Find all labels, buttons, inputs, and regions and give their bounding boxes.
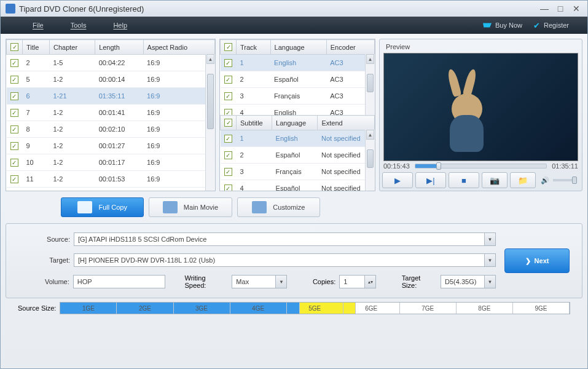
chevron-down-icon: ▼ — [275, 276, 286, 288]
cell-track: 2 — [237, 71, 271, 88]
preview-video[interactable] — [383, 53, 578, 161]
menu-help[interactable]: Help — [100, 22, 141, 29]
col-sub-language[interactable]: Language — [272, 116, 318, 130]
table-row[interactable]: 21-500:04:2216:9 — [7, 55, 215, 71]
chevron-down-icon: ▼ — [484, 254, 495, 266]
table-row[interactable]: 111-200:01:5316:9 — [7, 171, 215, 188]
row-checkbox[interactable] — [224, 76, 232, 84]
copies-label: Copies: — [313, 278, 335, 285]
volume-icon[interactable]: 🔊 — [541, 177, 549, 184]
cell-title: 11 — [23, 171, 50, 188]
preview-panel: Preview 00:15:43 01:35:11 — [379, 39, 582, 191]
col-language[interactable]: Language — [270, 40, 326, 55]
row-checkbox[interactable] — [224, 109, 232, 116]
close-button[interactable]: ✕ — [570, 4, 582, 14]
table-row[interactable]: 1EnglishAC3 — [221, 55, 375, 71]
row-checkbox[interactable] — [224, 168, 232, 176]
chevron-down-icon: ▼ — [484, 233, 495, 245]
row-checkbox[interactable] — [224, 135, 232, 143]
cell-length: 00:01:53 — [95, 171, 143, 188]
row-checkbox[interactable] — [224, 92, 232, 100]
table-row[interactable]: 2EspañolNot specified — [221, 147, 375, 164]
cell-aspect: 16:9 — [143, 55, 214, 71]
speed-combo[interactable]: Max ▼ — [232, 275, 287, 288]
col-encoder[interactable]: Encoder — [326, 40, 374, 55]
table-row[interactable]: 71-200:01:4116:9 — [7, 105, 215, 121]
cell-title: 5 — [23, 71, 50, 88]
table-row[interactable]: 101-200:01:1716:9 — [7, 154, 215, 171]
copies-spinner[interactable]: 1 ▴▾ — [339, 275, 376, 288]
table-row[interactable]: 91-200:01:2716:9 — [7, 138, 215, 154]
target-value: [H] PIONEER DVD-RW DVR-118L 1.02 (Usb) — [78, 256, 215, 264]
menu-tools[interactable]: Tools — [57, 22, 100, 29]
table-row[interactable]: 1EnglishNot specified — [221, 130, 375, 147]
next-label: Next — [535, 257, 549, 264]
row-checkbox[interactable] — [224, 59, 232, 67]
cell-length: 00:04:22 — [95, 55, 143, 71]
spinner-icon: ▴▾ — [364, 276, 375, 288]
col-subtitle[interactable]: Subtitle — [237, 116, 272, 130]
subtitle-scrollbar[interactable]: ▲ — [365, 130, 375, 191]
cell-aspect: 16:9 — [143, 88, 214, 105]
volume-slider[interactable] — [553, 179, 577, 181]
col-extend[interactable]: Extend — [318, 116, 375, 130]
row-checkbox[interactable] — [10, 142, 18, 150]
table-row[interactable]: 61-2101:35:1116:9 — [7, 88, 215, 105]
source-combo[interactable]: [G] ATAPI iHDS118 5 SCSI CdRom Device ▼ — [74, 232, 496, 246]
maximize-button[interactable]: □ — [554, 4, 566, 14]
step-button[interactable]: ▶| — [415, 172, 446, 188]
cell-language: English — [270, 105, 326, 116]
col-title[interactable]: Title — [23, 40, 50, 55]
play-button[interactable]: ▶ — [382, 172, 413, 188]
size-tick: 4GE — [230, 303, 287, 314]
film-icon — [163, 201, 178, 213]
menubar: File Tools Help Buy Now ✔ Register — [1, 17, 587, 34]
row-checkbox[interactable] — [10, 159, 18, 167]
table-row[interactable]: 81-200:02:1016:9 — [7, 121, 215, 138]
row-checkbox[interactable] — [10, 76, 18, 84]
open-folder-button[interactable]: 📁 — [510, 172, 536, 188]
title-checkall[interactable] — [10, 43, 18, 51]
minimize-button[interactable]: — — [538, 4, 551, 14]
next-button[interactable]: ❯ Next — [504, 248, 570, 273]
register-button[interactable]: ✔ Register — [533, 21, 569, 30]
table-row[interactable]: 3FrançaisNot specified — [221, 164, 375, 180]
mode-customize[interactable]: Customize — [237, 197, 320, 217]
buy-label: Buy Now — [495, 22, 522, 29]
row-checkbox[interactable] — [10, 125, 18, 133]
target-combo[interactable]: [H] PIONEER DVD-RW DVR-118L 1.02 (Usb) ▼ — [74, 253, 496, 267]
subtitle-checkall[interactable] — [224, 119, 232, 127]
row-checkbox[interactable] — [224, 151, 232, 159]
title-scrollbar[interactable]: ▲ — [205, 54, 215, 191]
cell-chapter: 1-2 — [49, 154, 95, 171]
mode-full-label: Full Copy — [98, 204, 127, 211]
snapshot-button[interactable]: 📷 — [482, 172, 508, 188]
track-checkall[interactable] — [224, 43, 232, 51]
col-aspect[interactable]: Aspect Radio — [143, 40, 214, 55]
volume-input[interactable]: HOP — [73, 275, 165, 288]
progress-slider[interactable] — [415, 164, 547, 169]
row-checkbox[interactable] — [10, 92, 18, 100]
table-row[interactable]: 4EspañolNot specified — [221, 180, 375, 191]
track-scrollbar[interactable]: ▲ — [365, 54, 375, 115]
table-row[interactable]: 4EnglishAC3 — [221, 105, 375, 116]
table-row[interactable]: 3FrançaisAC3 — [221, 88, 375, 105]
cart-icon — [483, 22, 492, 29]
col-track[interactable]: Track — [237, 40, 271, 55]
mode-main-movie[interactable]: Main Movie — [149, 197, 232, 217]
table-row[interactable]: 2EspañolAC3 — [221, 71, 375, 88]
col-chapter[interactable]: Chapter — [49, 40, 95, 55]
menu-file[interactable]: File — [19, 22, 57, 29]
col-length[interactable]: Length — [95, 40, 143, 55]
row-checkbox[interactable] — [10, 109, 18, 117]
mode-full-copy[interactable]: Full Copy — [61, 197, 144, 217]
stop-button[interactable]: ■ — [449, 172, 479, 188]
row-checkbox[interactable] — [10, 59, 18, 67]
table-row[interactable]: 51-200:00:1416:9 — [7, 71, 215, 88]
buy-now-button[interactable]: Buy Now — [483, 22, 522, 29]
row-checkbox[interactable] — [10, 175, 18, 183]
row-checkbox[interactable] — [224, 184, 232, 191]
title-table: Title Chapter Length Aspect Radio 21-500… — [6, 39, 216, 191]
cell-language: English — [272, 130, 318, 147]
target-size-combo[interactable]: D5(4.35G) ▼ — [441, 275, 496, 288]
